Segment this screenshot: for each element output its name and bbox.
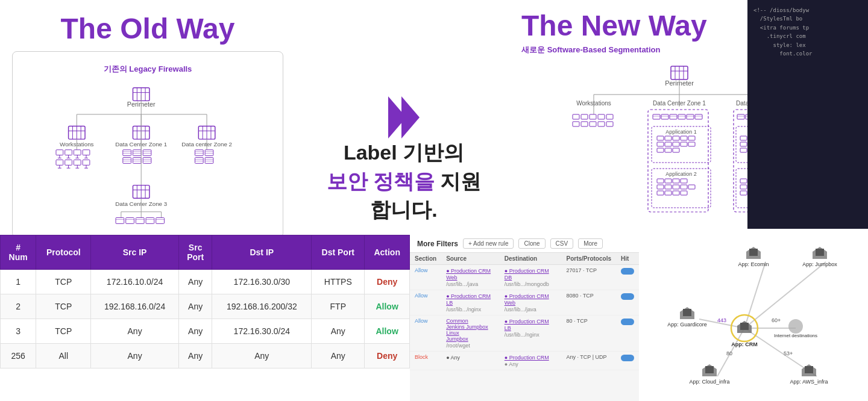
- svg-rect-236: [816, 249, 824, 256]
- table-row: Allow ● Production CRM Web/usr/lib.../ja…: [410, 265, 639, 290]
- svg-rect-163: [657, 179, 664, 183]
- svg-rect-154: [665, 142, 671, 146]
- svg-rect-125: [590, 114, 596, 119]
- row-dest: ● Production CRM DB/usr/lib.../mongodb: [500, 265, 562, 290]
- svg-rect-138: [670, 114, 677, 119]
- row-section: Allow: [410, 265, 441, 290]
- cell-protocol: TCP: [36, 294, 91, 319]
- cell-dst-port: Any: [312, 344, 365, 368]
- svg-rect-167: [657, 185, 664, 189]
- center-text: Label 기반의 보안 정책을 지원 합니다.: [327, 138, 482, 225]
- cell-action: Allow: [365, 294, 410, 319]
- svg-rect-170: [681, 185, 687, 189]
- cell-src-ip: Any: [91, 319, 179, 344]
- svg-text:53+: 53+: [784, 350, 793, 356]
- row-port: 8080 · TCP: [562, 290, 616, 316]
- svg-rect-160: [673, 148, 679, 152]
- svg-text:App: Guardicore: App: Guardicore: [667, 322, 707, 328]
- table-header-row: #Num Protocol Src IP SrcPort Dst IP Dst …: [1, 235, 410, 270]
- cell-num: 256: [1, 344, 36, 368]
- svg-rect-67: [133, 158, 141, 164]
- col-dst-ip: Dst IP: [212, 235, 312, 270]
- chevron-2: [401, 96, 420, 138]
- more-button[interactable]: More: [578, 238, 603, 249]
- svg-text:App: Cloud_infra: App: Cloud_infra: [689, 379, 729, 385]
- cell-src-ip: 192.168.16.0/24: [91, 294, 179, 319]
- svg-rect-159: [665, 148, 671, 152]
- svg-rect-171: [688, 185, 695, 189]
- code-panel: <!-- /dioss/bodyw /StylesTml bo <itra fo…: [747, 0, 868, 229]
- svg-text:App: Jumpbox: App: Jumpbox: [802, 261, 837, 267]
- cell-src-ip: 172.16.10.0/24: [91, 270, 179, 294]
- ui-panel: More Filters + Add new rule Clone CSV Mo…: [410, 235, 639, 401]
- old-way-diagram-box: 기존의 Legacy Firewalls Perimeter: [12, 51, 283, 238]
- svg-rect-58: [133, 150, 141, 156]
- node-jumpbox: App: Jumpbox: [802, 247, 837, 267]
- svg-rect-233: [749, 249, 758, 256]
- table-body: 1 TCP 172.16.10.0/24 Any 172.16.30.0/30 …: [1, 270, 410, 368]
- cell-dst-port: Any: [312, 319, 365, 344]
- svg-rect-218: [740, 191, 747, 195]
- cell-protocol: TCP: [36, 270, 91, 294]
- cell-dst-ip: Any: [212, 344, 312, 368]
- svg-line-226: [744, 262, 766, 328]
- row-port: 27017 · TCP: [562, 265, 616, 290]
- svg-rect-133: [648, 110, 708, 212]
- cell-dst-ip: 192.168.16.200/32: [212, 294, 312, 319]
- svg-rect-151: [681, 136, 687, 140]
- table-row: 2 TCP 192.168.16.0/24 Any 192.168.16.200…: [1, 294, 410, 319]
- col-src-port: SrcPort: [178, 235, 212, 270]
- col-ports: Ports/Protocols: [562, 253, 616, 265]
- add-rule-button[interactable]: + Add new rule: [463, 238, 514, 249]
- row-section: Block: [410, 352, 441, 370]
- svg-rect-152: [688, 136, 695, 140]
- svg-rect-30: [56, 150, 63, 155]
- svg-rect-203: [740, 148, 747, 152]
- svg-rect-48: [74, 160, 81, 165]
- svg-rect-197: [740, 142, 747, 146]
- row-section: Allow: [410, 316, 441, 352]
- svg-rect-45: [65, 160, 72, 165]
- row-port: 80 · TCP: [562, 316, 616, 352]
- svg-rect-98: [116, 218, 124, 224]
- double-arrow: [388, 96, 420, 138]
- col-protocol: Protocol: [36, 235, 91, 270]
- row-source: ● Any: [441, 352, 500, 370]
- svg-rect-134: [653, 114, 660, 119]
- col-destination: Destination: [500, 253, 562, 265]
- svg-rect-104: [146, 218, 154, 224]
- cell-src-port: Any: [178, 270, 212, 294]
- cell-src-ip: Any: [91, 344, 179, 368]
- svg-rect-175: [681, 191, 687, 195]
- table-row: Block ● Any ● Production CRM● Any Any · …: [410, 352, 639, 370]
- svg-rect-123: [573, 114, 579, 119]
- cell-num: 1: [1, 270, 36, 294]
- node-crm: [737, 321, 752, 333]
- svg-text:80: 80: [726, 350, 732, 356]
- clone-button[interactable]: Clone: [518, 238, 545, 249]
- svg-rect-129: [581, 122, 588, 126]
- row-dest: ● Production CRM LB/usr/lib.../nginx: [500, 316, 562, 352]
- row-dest: ● Production CRM● Any: [500, 352, 562, 370]
- svg-rect-156: [681, 142, 687, 146]
- svg-rect-61: [143, 150, 151, 156]
- svg-rect-142: [687, 114, 694, 119]
- code-line-5: style: lex: [753, 41, 862, 49]
- cell-dst-port: FTP: [312, 294, 365, 319]
- policy-table-header: Section Source Destination Ports/Protoco…: [410, 253, 639, 265]
- cell-protocol: All: [36, 344, 91, 368]
- node-ecomin: App: Ecomin: [738, 247, 769, 267]
- cell-dst-ip: 172.16.30.0/24: [212, 319, 312, 344]
- svg-rect-165: [673, 179, 679, 183]
- svg-rect-136: [661, 114, 668, 119]
- svg-rect-158: [657, 148, 664, 152]
- row-source: ● Production CRM LB/usr/lib.../nginx: [441, 290, 500, 316]
- svg-rect-100: [126, 218, 134, 224]
- policy-table: Section Source Destination Ports/Protoco…: [410, 253, 639, 370]
- node-cloud-infra: App: Cloud_infra: [689, 364, 729, 385]
- graph-panel: 443 60+ 80 53+ App: Ecomin App: Jumpbox …: [639, 235, 868, 401]
- csv-button[interactable]: CSV: [550, 238, 574, 249]
- svg-rect-168: [665, 185, 671, 189]
- cell-src-port: Any: [178, 319, 212, 344]
- row-hit: [616, 316, 639, 352]
